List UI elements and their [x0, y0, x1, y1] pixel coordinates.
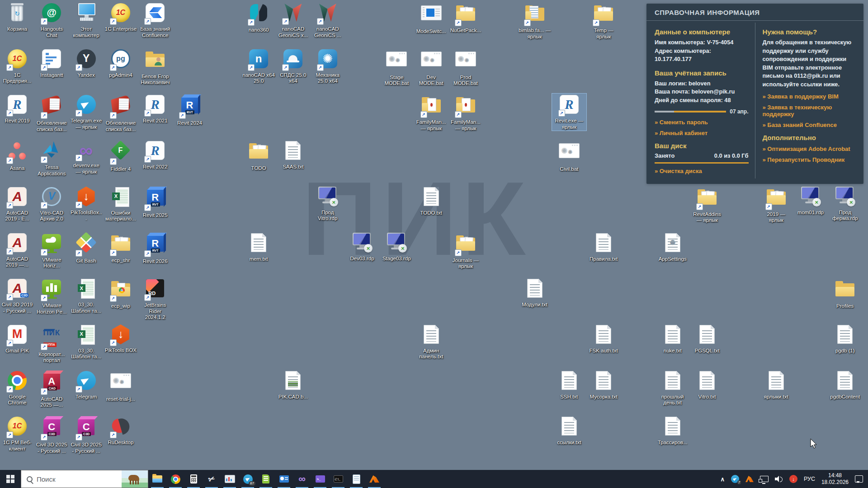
desktop-icon-telegram-exe[interactable]: ↗Telegram.exe — ярлык — [69, 94, 104, 130]
taskbar-pinned-calculator[interactable] — [184, 470, 203, 488]
search-box[interactable]: Поиск — [21, 470, 148, 488]
taskbar-pinned-telegram[interactable]: 87 — [239, 470, 257, 488]
taskbar-pinned-powershell[interactable]: >_ — [311, 470, 329, 488]
desktop-icon-pgsql-txt[interactable]: PGSQL.txt — [690, 324, 724, 354]
desktop-icon-git-bash[interactable]: ↗Git Bash — [69, 232, 104, 264]
desktop-icon-icon-32[interactable]: ↗Обновление списка баз... — [104, 94, 138, 132]
desktop-icon-tessa-applications[interactable]: ↗Tessa Applications — [34, 140, 69, 177]
desktop-icon-2019[interactable]: ↗2019 — ярлык — [759, 186, 793, 224]
desktop-icon-txt[interactable]: Модули.txt — [518, 277, 552, 308]
desktop-icon-nugetpack[interactable]: ↗NuGetPack... — [448, 2, 483, 34]
desktop-icon-journals[interactable]: ↗Journals — ярлык — [448, 232, 483, 270]
desktop-icon-saas-txt[interactable]: SAAS.txt — [276, 140, 310, 170]
desktop-icon-1[interactable]: 1С↗1С Предприя... — [0, 48, 34, 84]
disk-cleanup-link[interactable]: » Очистка диска — [655, 168, 749, 174]
desktop-icon-piktoolsbox[interactable]: ↓↗PikToolsBox... — [69, 186, 104, 222]
desktop-icon-pgadmin4[interactable]: pg↗pgAdmin4 — [104, 48, 138, 79]
desktop-icon-reset-trial-j[interactable]: ✺✺reset-trial-j... — [104, 370, 138, 403]
desktop-icon-prod-mode-bat[interactable]: ✺✺Prod MODE.bat — [448, 48, 483, 87]
search-daily-image[interactable] — [122, 470, 148, 488]
desktop-icon-civil-3d-2025[interactable]: CC3D↗Civil 3D 2025 - Русский ... — [69, 415, 104, 454]
desktop-icon-revit-2024[interactable]: RRVT↗Revit 2024 — [173, 94, 207, 127]
desktop-icon-pgdb-1[interactable]: pgdb (1) — [828, 324, 862, 354]
desktop-icon-nano360[interactable]: ↗nano360 — [241, 2, 276, 33]
desktop-icon-txt[interactable]: Мусорка.txt — [586, 370, 621, 400]
desktop-icon-profiles[interactable]: Profiles — [828, 277, 862, 310]
desktop-icon-25-0-x64[interactable]: ↗СПДС 25.0 x64 — [276, 48, 310, 84]
desktop-icon-instagantt[interactable]: ↗Instagantt — [34, 48, 69, 79]
desktop-icon-hangouts-chat[interactable]: @↗Hangouts Chat — [34, 2, 69, 38]
desktop-icon-icon-12[interactable]: ↗Обновление списка баз... — [34, 94, 69, 132]
taskbar-pinned-file-explorer[interactable] — [148, 470, 166, 488]
desktop-icon-devenv-exe[interactable]: ∞↗devenv.exe — ярлык — [69, 140, 104, 175]
desktop-icon-fiddler-4[interactable]: F↗Fiddler 4 — [104, 140, 138, 173]
desktop-icon-familyman[interactable]: ↗FamilyMan... — ярлык — [448, 94, 483, 131]
taskbar-pinned-notepad-plus-plus[interactable] — [257, 470, 275, 488]
taskbar-pinned-resource-monitor[interactable] — [221, 470, 239, 488]
desktop-icon-todo-txt[interactable]: TODO.txt — [414, 186, 448, 216]
desktop-icon-03-30[interactable]: X03_30. Шаблон та... — [69, 324, 104, 360]
taskbar-clock[interactable]: 14:4818.02.2026 — [818, 470, 852, 488]
desktop-icon-stage-mode-bat[interactable]: ✺✺Stage MODE.bat — [379, 48, 414, 87]
taskbar-pinned-autodesk[interactable] — [365, 470, 383, 488]
desktop-icon-revitaddins[interactable]: ↗RevitAddins — ярлык — [690, 186, 724, 224]
desktop-icon-ssh-txt[interactable]: SSH.txt — [552, 370, 586, 400]
desktop-icon-vitro-rdp[interactable]: ×Прод Vitro.rdp — [311, 186, 345, 222]
desktop-icon-telegram[interactable]: ↗Telegram — [69, 370, 104, 400]
desktop-icon-nanocad-geonics-x[interactable]: ↗nanoCAD GeoniCS x... — [276, 2, 310, 38]
desktop-icon-icon-34[interactable]: XОшибки материало... — [104, 186, 138, 222]
desktop-icon-vitro-cad-2-0[interactable]: V↗Vitro-CAD Архив 2.0 — [34, 186, 69, 222]
desktop-icon-autocad-2025[interactable]: ACAD↗AutoCAD 2025 —... — [34, 370, 69, 408]
desktop-icon-mom01-rdp[interactable]: ×mom01.rdp — [793, 186, 828, 216]
taskbar-pinned-notepad[interactable] — [347, 470, 365, 488]
desktop-icon-vmware-horiz[interactable]: ↗VMware Horiz... — [34, 232, 69, 269]
desktop-icon-dev-mode-bat[interactable]: ✺✺Dev MODE.bat — [414, 48, 448, 87]
action-center-button[interactable] — [852, 470, 866, 488]
desktop-icon-piktools-box[interactable]: ↓↗PikTools BOX — [104, 324, 138, 354]
desktop-icon-rudesktop[interactable]: ↗RuDesktop — [104, 415, 138, 446]
desktop-icon-nuke-txt[interactable]: nuke.txt — [656, 324, 690, 354]
desktop-icon-yandex[interactable]: Y↗Yandex — [69, 48, 104, 79]
desktop-icon-stage03-rdp[interactable]: ×Stage03.rdp — [379, 232, 414, 262]
desktop-icon-pgdbcontent[interactable]: pgdbContent — [828, 370, 862, 400]
desktop-icon-civil-bat[interactable]: ✺✺Civil.bat — [552, 140, 586, 173]
start-button[interactable] — [0, 470, 21, 488]
desktop-icon-rdp[interactable]: ×Прод ферма.rdp — [828, 186, 862, 222]
desktop-icon-familyman[interactable]: ↗FamilyMan... — ярлык — [414, 94, 448, 131]
piktools-tray-tray-button[interactable]: ↓ — [786, 470, 801, 488]
taskbar-pinned-cmd[interactable]: C:\_ — [329, 470, 347, 488]
personal-cabinet-link[interactable]: » Личный кабинет — [655, 130, 749, 136]
desktop-icon-confluence[interactable]: ↗База знаний Confluence — [138, 2, 172, 38]
desktop-icon-mem-txt[interactable]: mem.txt — [241, 232, 276, 263]
change-password-link[interactable]: » Сменить пароль — [655, 119, 749, 126]
desktop-icon-autocad-2019[interactable]: A↗AutoCAD 2019 - Е... — [0, 186, 34, 222]
desktop-icon-revit-2025[interactable]: RRVT↗Revit 2025 — [138, 186, 172, 219]
desktop-icon-autocad-2019[interactable]: A↗AutoCAD 2019 —... — [0, 232, 34, 268]
desktop-icon-revit-2022[interactable]: R↗Revit 2022 — [138, 140, 172, 170]
desktop-icon-nanocad-x64-25-0[interactable]: n↗nanoCAD x64 25.0 — [241, 48, 276, 84]
desktop-icon-temp[interactable]: ↗Temp — ярлык — [586, 2, 621, 40]
desktop-icon-nanocad-geonics[interactable]: ↗nanoCAD GeoniCS ... — [311, 2, 345, 38]
desktop-icon-asana[interactable]: ↗Asana — [0, 140, 34, 172]
desktop-icon-txt[interactable]: ссылки.txt — [552, 415, 586, 446]
confluence-kb-link[interactable]: » База знаний Confluence — [763, 122, 857, 128]
desktop-icon-icon-17[interactable]: ПИКРУППА↗Корпорат... портал — [34, 324, 69, 364]
chevron-up-tray-button[interactable]: ∧ — [717, 470, 728, 488]
desktop-icon-icon-84[interactable]: Трассиров... — [656, 415, 690, 446]
desktop-icon-pik-cad-b[interactable]: PIK.CAD.b... — [276, 370, 310, 400]
desktop-icon-civil-3d-2025[interactable]: CC3D↗Civil 3D 2025 - Русский ... — [34, 415, 69, 454]
desktop-icon-revit-2019[interactable]: R↗Revit 2019 — [0, 94, 34, 124]
autodesk-tray-tray-button[interactable] — [742, 470, 757, 488]
bim-support-link[interactable]: » Заявка в поддержку BIM — [763, 93, 857, 100]
volume-tray-button[interactable] — [772, 470, 786, 488]
language-indicator[interactable]: РУС — [801, 470, 818, 488]
desktop-icon-txt[interactable]: Правила.txt — [586, 232, 621, 263]
desktop-icon-03-30[interactable]: X03_30. Шаблон та... — [69, 277, 104, 314]
desktop-icon-ecp-shr[interactable]: ↗ecp_shr — [104, 232, 138, 264]
desktop-icon-dev03-rdp[interactable]: ×Dev03.rdp — [345, 232, 379, 262]
taskbar-pinned-system-info[interactable] — [275, 470, 293, 488]
desktop-icon-vitro-txt[interactable]: Vitro.txt — [690, 370, 724, 400]
desktop-icon-1c-enterprise[interactable]: 1С↗1C Enterprise — [104, 2, 138, 33]
desktop-icon-revit-2021[interactable]: R↗Revit 2021 — [138, 94, 172, 124]
desktop-icon-txt[interactable]: прошлый день.txt — [656, 370, 690, 406]
